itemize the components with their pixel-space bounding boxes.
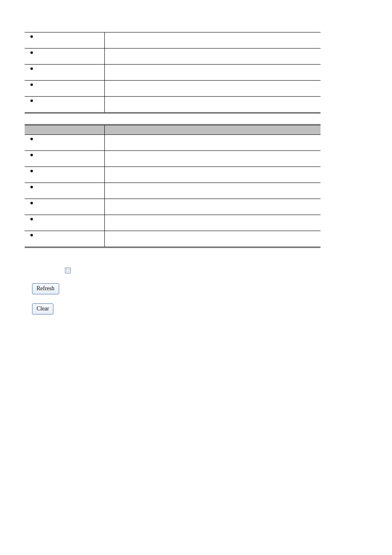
refresh-button[interactable]: Refresh xyxy=(32,283,59,294)
bullet-icon xyxy=(30,35,33,38)
table-row xyxy=(25,215,321,231)
table-row xyxy=(25,135,321,151)
bullet-icon xyxy=(30,234,33,236)
table-row xyxy=(25,231,321,247)
checkbox-row xyxy=(65,268,367,283)
table-2 xyxy=(25,124,321,248)
bullet-icon xyxy=(30,51,33,54)
bullet-icon xyxy=(30,186,33,188)
bullet-icon xyxy=(30,67,33,70)
clear-button[interactable]: Clear xyxy=(32,303,53,314)
table-row xyxy=(25,65,321,81)
table-row xyxy=(25,49,321,65)
bullet-icon xyxy=(30,170,33,172)
bullet-icon xyxy=(30,138,33,140)
table-row xyxy=(25,97,321,113)
table-row xyxy=(25,151,321,167)
table-row xyxy=(25,183,321,199)
checkbox[interactable] xyxy=(65,268,71,273)
table-row xyxy=(25,81,321,97)
table-row xyxy=(25,199,321,215)
table-row xyxy=(25,32,321,49)
table-row xyxy=(25,167,321,183)
bullet-icon xyxy=(30,99,33,102)
bullet-icon xyxy=(30,202,33,204)
table-1 xyxy=(25,32,321,113)
table-header-row xyxy=(25,125,321,135)
bullet-icon xyxy=(30,83,33,86)
bullet-icon xyxy=(30,154,33,156)
bullet-icon xyxy=(30,218,33,220)
